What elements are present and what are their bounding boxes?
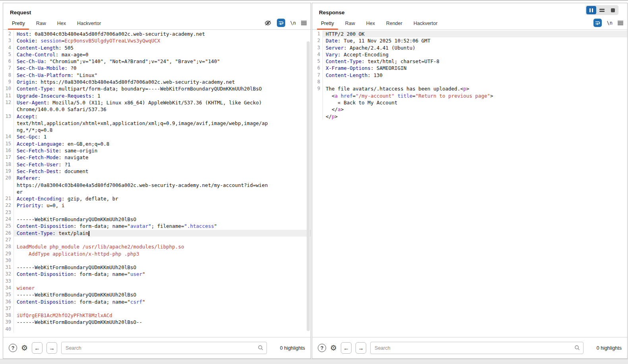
code-row: 28LoadModule php_module /usr/lib/apache2…	[3, 243, 311, 250]
code-row: 40	[3, 326, 311, 333]
tab-hex[interactable]: Hex	[361, 18, 381, 29]
gear-icon[interactable]: ⚙	[21, 344, 28, 352]
line-number: 38	[3, 312, 14, 319]
line-number: 8	[312, 79, 323, 85]
help-icon[interactable]: ?	[9, 344, 17, 352]
code-row: ng,*/*;q=0.8	[3, 127, 311, 133]
code-row: 21Accept-Encoding: gzip, deflate, br	[3, 195, 311, 202]
line-number: 11	[3, 92, 14, 99]
code-row: 37	[3, 305, 311, 312]
line-number	[312, 99, 323, 106]
code-row: er	[3, 189, 311, 195]
code-row: 11Upgrade-Insecure-Requests: 1	[3, 92, 311, 99]
stop-button[interactable]	[608, 6, 618, 14]
line-number: 12	[3, 99, 14, 106]
tab-hex[interactable]: Hex	[52, 18, 71, 29]
code-row: 4Vary: Accept-Encoding	[312, 51, 627, 58]
response-tabs-row: PrettyRawHexRenderHackvertor \n	[312, 18, 627, 30]
line-number: 13	[3, 113, 14, 120]
next-match-button[interactable]: →	[356, 342, 366, 354]
line-number: 31	[3, 264, 14, 271]
line-number: 37	[3, 305, 14, 312]
line-number: 2	[312, 37, 323, 44]
gear-icon[interactable]: ⚙	[330, 344, 337, 352]
line-number: 36	[3, 299, 14, 305]
code-row: 38iUfQrgEFB1AcM2hfO2yPFhKT8MzlxACd	[3, 312, 311, 319]
line-number: 28	[3, 243, 14, 250]
code-row: 32Content-Disposition: form-data; name="…	[3, 271, 311, 277]
code-row: 1HTTP/2 200 OK	[312, 31, 627, 37]
code-row: 30	[3, 257, 311, 264]
request-editor-scrollbar[interactable]	[307, 41, 310, 331]
line-number	[3, 182, 14, 189]
code-row: 9Origin: https://0a83004c03b480e4a5d80fd…	[3, 79, 311, 85]
code-row: 25Content-Disposition: form-data; name="…	[3, 223, 311, 229]
line-number: 6	[312, 65, 323, 71]
response-editor[interactable]: 1HTTP/2 200 OK2Date: Tue, 11 Nov 2025 10…	[312, 30, 627, 337]
response-panel-title: Response	[312, 3, 627, 15]
search-icon	[574, 345, 580, 351]
tab-raw[interactable]: Raw	[31, 18, 52, 29]
tab-pretty[interactable]: Pretty	[6, 18, 31, 29]
code-row: 31------WebKitFormBoundaryQUDmKKmUUh20lB…	[3, 264, 311, 271]
response-search-input[interactable]	[370, 342, 584, 354]
line-number: 18	[3, 161, 14, 168]
line-number: 24	[3, 216, 14, 223]
code-row: 35------WebKitFormBoundaryQUDmKKmUUh20lB…	[3, 291, 311, 298]
wrap-lines-icon[interactable]	[593, 19, 602, 27]
request-panel-title: Request	[3, 3, 311, 15]
tab-hackvertor[interactable]: Hackvertor	[408, 18, 443, 29]
previous-match-button[interactable]: ←	[32, 342, 43, 354]
help-icon[interactable]: ?	[318, 344, 326, 352]
code-row: 8	[312, 79, 627, 85]
newline-icon[interactable]: \n	[290, 20, 296, 26]
line-number: 17	[3, 154, 14, 161]
line-number: 5	[312, 58, 323, 65]
tab-pretty[interactable]: Pretty	[315, 18, 340, 29]
code-row: 27	[3, 237, 311, 243]
code-row: 2Date: Tue, 11 Nov 2025 10:52:06 GMT	[312, 37, 627, 44]
request-search-bar: ? ⚙ ← → 0 highlights	[3, 337, 311, 358]
line-number: 35	[3, 291, 14, 298]
line-number	[3, 106, 14, 113]
newline-icon[interactable]: \n	[607, 20, 613, 26]
line-number: 6	[3, 58, 14, 65]
request-search-input[interactable]	[61, 342, 267, 354]
stream-controls	[585, 5, 618, 15]
line-number: 7	[312, 72, 323, 79]
code-row: 14Sec-Gpc: 1	[3, 133, 311, 140]
code-row: 4Content-Length: 505	[3, 44, 311, 51]
response-search-bar: ? ⚙ ← → 0 highlights	[312, 337, 627, 358]
line-number: 33	[3, 278, 14, 285]
menu-icon[interactable]	[301, 21, 307, 25]
line-number: 22	[3, 202, 14, 209]
request-editor[interactable]: 2Host: 0a83004c03b480e4a5d80fd7006a002c.…	[3, 30, 311, 337]
menu-icon[interactable]	[618, 21, 623, 25]
tab-raw[interactable]: Raw	[340, 18, 361, 29]
search-icon	[258, 345, 263, 351]
line-number: 30	[3, 257, 14, 264]
hide-matches-icon[interactable]	[264, 20, 272, 26]
line-number: 29	[3, 250, 14, 257]
wrap-lines-icon[interactable]	[277, 19, 285, 27]
repeater-message-view: Request PrettyRawHexHackvertor	[0, 0, 628, 364]
line-number: 4	[312, 51, 323, 58]
code-row: 5Cache-Control: max-age=0	[3, 51, 311, 58]
code-row: 22Priority: u=0, i	[3, 202, 311, 209]
tab-hackvertor[interactable]: Hackvertor	[71, 18, 106, 29]
code-row: 17Sec-Fetch-Mode: navigate	[3, 154, 311, 161]
next-match-button[interactable]: →	[46, 342, 57, 354]
line-number: 1	[312, 31, 323, 37]
line-number: 9	[312, 85, 323, 92]
request-tabs-row: PrettyRawHexHackvertor \n	[3, 18, 311, 30]
code-row: text/html,application/xhtml+xml,applicat…	[3, 120, 311, 127]
code-row: « Back to My Account	[312, 99, 627, 106]
line-number: 34	[3, 285, 14, 291]
lines-button[interactable]	[597, 6, 607, 14]
previous-match-button[interactable]: ←	[341, 342, 352, 354]
tab-render[interactable]: Render	[381, 18, 408, 29]
line-number: 10	[3, 85, 14, 92]
line-number: 20	[3, 175, 14, 181]
pause-button[interactable]	[586, 6, 596, 14]
line-number: 32	[3, 271, 14, 277]
